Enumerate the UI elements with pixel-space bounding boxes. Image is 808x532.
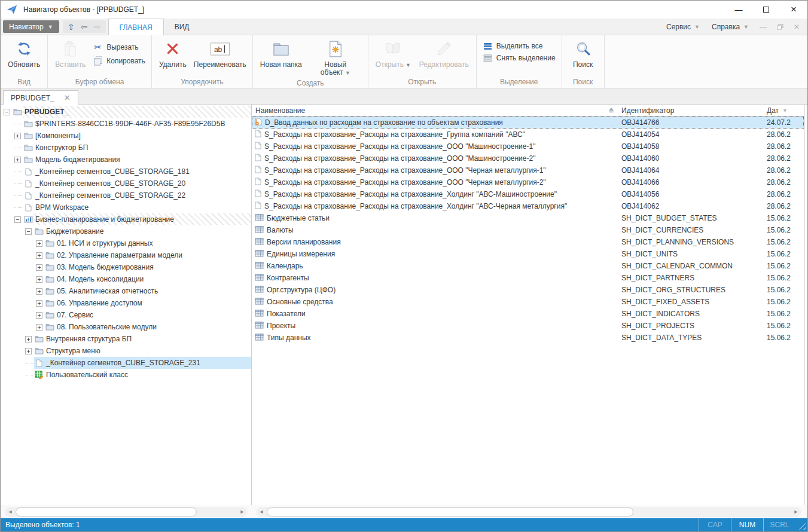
vertical-scrollbar-gutter[interactable] (804, 105, 807, 505)
cut-button[interactable]: ✂Вырезать (90, 41, 148, 53)
list-row[interactable]: Единицы измеренияSH_DICT_UNITS15.06.2 (252, 248, 804, 260)
new-folder-button[interactable]: Новая папка (257, 38, 306, 70)
list-row[interactable]: КонтрагентыSH_DICT_PARTNERS15.06.2 (252, 272, 804, 284)
scroll-thumb[interactable] (267, 507, 633, 516)
list-row[interactable]: Типы данныхSH_DICT_DATA_TYPES15.06.2 (252, 332, 804, 344)
copy-button[interactable]: Копировать (90, 56, 148, 66)
edit-button[interactable]: Редактировать (416, 38, 472, 70)
expand-icon[interactable] (14, 157, 21, 163)
delete-button[interactable]: Удалить (155, 38, 190, 70)
mdi-minimize-button[interactable]: — (756, 23, 770, 31)
tree-item-label: 05. Аналитическая отчетность (55, 285, 251, 297)
list-row[interactable]: КалендарьSH_DICT_CALENDAR_COMMON15.06.2 (252, 260, 804, 272)
list-row[interactable]: ПроектыSH_DICT_PROJECTS15.06.2 (252, 320, 804, 332)
close-tab-icon[interactable]: ✕ (64, 93, 71, 102)
document-tab[interactable]: PPBUDGET_ ✕ (3, 90, 78, 105)
tree-item[interactable]: 07. Сервис (1, 309, 251, 321)
mdi-close-button[interactable]: ✕ (789, 23, 804, 31)
tree-item[interactable]: 03. Модель бюджетирования (1, 261, 251, 273)
list-row[interactable]: S_Расходы на страхование_Расходы на стра… (252, 129, 804, 140)
refresh-button[interactable]: Обновить (4, 38, 44, 70)
list-row[interactable]: S_Расходы на страхование_Расходы на стра… (252, 200, 804, 212)
tree-item[interactable]: 06. Управление доступом (1, 297, 251, 309)
column-header-id[interactable]: Идентификатор (618, 105, 763, 116)
list-row[interactable]: S_Расходы на страхование_Расходы на стра… (252, 188, 804, 200)
list-row[interactable]: Орг.структура (ЦФО)SH_DICT_ORG_STRUCTURE… (252, 284, 804, 296)
navigator-menu-button[interactable]: Навигатор▼ (3, 20, 59, 33)
expand-icon[interactable] (25, 348, 32, 354)
list-row[interactable]: S_Расходы на страхование_Расходы на стра… (252, 176, 804, 188)
tree-item[interactable]: _Контейнер сегментов_CUBE_STORAGE_22 (1, 189, 251, 201)
tree-item[interactable]: 01. НСИ и структуры данных (1, 237, 251, 249)
collapse-icon[interactable] (4, 109, 10, 115)
list-row[interactable]: S_Расходы на страхование_Расходы на стра… (252, 164, 804, 176)
list-row[interactable]: D_Ввод данных по расходам на страхование… (252, 117, 804, 129)
list-row[interactable]: S_Расходы на страхование_Расходы на стра… (252, 152, 804, 164)
tree-item[interactable]: 02. Управление параметрами модели (1, 249, 251, 261)
close-button[interactable]: × (780, 1, 807, 19)
column-header-name[interactable]: Наименование (252, 105, 618, 116)
tree-item[interactable]: 08. Пользовательские модули (1, 321, 251, 333)
maximize-button[interactable] (752, 1, 780, 19)
tab-vid[interactable]: ВИД (164, 19, 200, 35)
paste-button[interactable]: Вставить (51, 38, 89, 70)
tree-item[interactable]: _Контейнер сегментов_CUBE_STORAGE_181 (1, 166, 251, 178)
tree-item[interactable]: 04. Модель консолидации (1, 273, 251, 285)
collapse-icon[interactable] (25, 228, 32, 235)
rename-button[interactable]: abПереименовать (191, 38, 249, 70)
collapse-icon[interactable] (14, 216, 21, 223)
tree-item[interactable]: PPBUDGET_ (1, 106, 251, 118)
tree-item[interactable]: Бизнес-планирование и бюджетирование (1, 213, 251, 225)
search-button[interactable]: Поиск (566, 38, 600, 70)
tree-item[interactable]: _Контейнер сегментов_CUBE_STORAGE_20 (1, 178, 251, 189)
tree-item[interactable]: Конструктор БП (1, 142, 251, 154)
list-row[interactable]: Бюджетные статьиSH_DICT_BUDGET_STATES15.… (252, 212, 804, 224)
column-header-date[interactable]: Дат▼ (763, 105, 804, 116)
open-button[interactable]: Открыть▼ (372, 38, 414, 71)
scroll-left-icon[interactable]: ◄ (256, 507, 267, 517)
tab-glavnaya[interactable]: ГЛАВНАЯ (108, 19, 164, 35)
scroll-thumb[interactable] (16, 507, 197, 516)
expand-icon[interactable] (14, 133, 21, 139)
tree-item[interactable]: Структура меню (1, 345, 251, 357)
menu-servis[interactable]: Сервис▼ (661, 23, 705, 31)
list-row[interactable]: ПоказателиSH_DICT_INDICATORS15.06.2 (252, 308, 804, 320)
expand-icon[interactable] (36, 276, 42, 283)
select-all-button[interactable]: Выделить все (480, 41, 558, 51)
tree-item[interactable]: BPM Workspace (1, 201, 251, 213)
mdi-restore-button[interactable] (773, 23, 787, 31)
scroll-right-icon[interactable]: ► (237, 507, 248, 517)
tree-item[interactable]: _Контейнер сегментов_CUBE_STORAGE_231 (1, 357, 251, 369)
scroll-left-icon[interactable]: ◄ (5, 507, 16, 517)
forward-icon[interactable]: ⇨ (92, 22, 103, 32)
list-row[interactable]: S_Расходы на страхование_Расходы на стра… (252, 140, 804, 152)
tree-item[interactable]: Внутренняя структура БП (1, 333, 251, 345)
expand-icon[interactable] (36, 240, 42, 247)
list-row[interactable]: Версии планированияSH_DICT_PLANNING_VERS… (252, 236, 804, 248)
expand-icon[interactable] (36, 312, 42, 319)
tree-item[interactable]: [Компоненты] (1, 130, 251, 142)
resize-grip[interactable] (795, 518, 807, 531)
expand-icon[interactable] (36, 288, 42, 295)
scroll-right-icon[interactable]: ► (791, 507, 801, 517)
expand-icon[interactable] (36, 252, 42, 259)
list-row[interactable]: Основные средстваSH_DICT_FIXED_ASSETS15.… (252, 296, 804, 308)
list-horizontal-scrollbar[interactable]: ◄ ► (256, 507, 801, 517)
expand-icon[interactable] (25, 336, 32, 343)
tree-item[interactable]: Бюджетирование (1, 225, 251, 237)
expand-icon[interactable] (36, 300, 42, 307)
expand-icon[interactable] (36, 324, 42, 331)
list-row[interactable]: ВалютыSH_DICT_CURRENCIES15.06.2 (252, 224, 804, 236)
tree-item[interactable]: Пользовательский класс (1, 369, 251, 381)
back-icon[interactable]: ⇦ (78, 22, 90, 32)
deselect-button[interactable]: Снять выделение (480, 53, 558, 63)
tree-item[interactable]: $PRINTERS-8846CC1B-99DF-446F-AF35-F89E95… (1, 118, 251, 130)
up-level-icon[interactable]: ⇧ (65, 22, 77, 32)
minimize-button[interactable]: — (725, 1, 752, 19)
menu-spravka[interactable]: Справка▼ (707, 23, 754, 31)
new-object-button[interactable]: Новый объект▼ (307, 38, 364, 78)
tree-horizontal-scrollbar[interactable]: ◄ ► (5, 507, 248, 517)
tree-item[interactable]: 05. Аналитическая отчетность (1, 285, 251, 297)
expand-icon[interactable] (36, 264, 42, 271)
tree-item[interactable]: Модель бюджетирования (1, 154, 251, 166)
